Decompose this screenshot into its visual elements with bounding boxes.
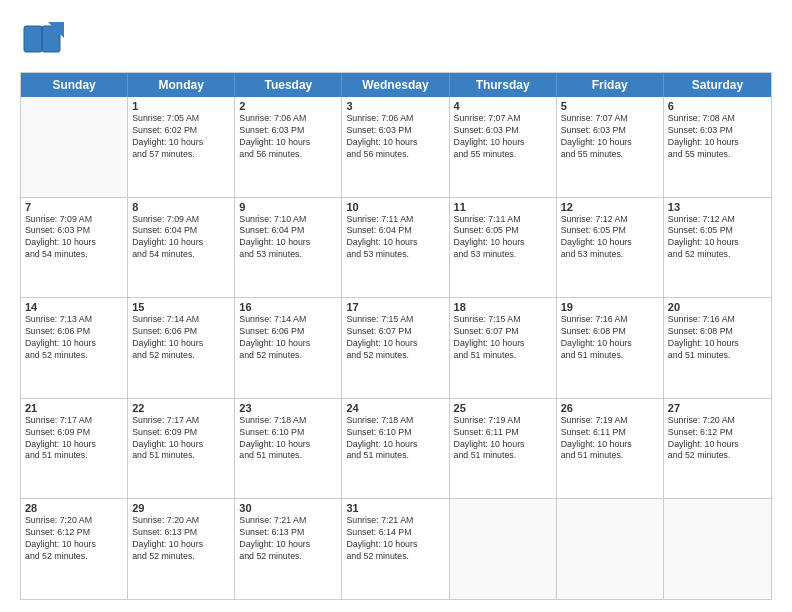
header	[20, 18, 772, 62]
svg-rect-1	[24, 26, 42, 52]
calendar-cell: 21Sunrise: 7:17 AM Sunset: 6:09 PM Dayli…	[21, 399, 128, 499]
day-header-monday: Monday	[128, 73, 235, 97]
day-number: 10	[346, 201, 444, 213]
calendar-week-5: 28Sunrise: 7:20 AM Sunset: 6:12 PM Dayli…	[21, 498, 771, 599]
calendar-cell: 14Sunrise: 7:13 AM Sunset: 6:06 PM Dayli…	[21, 298, 128, 398]
day-number: 25	[454, 402, 552, 414]
calendar-cell	[450, 499, 557, 599]
cell-info: Sunrise: 7:06 AM Sunset: 6:03 PM Dayligh…	[346, 113, 444, 161]
cell-info: Sunrise: 7:14 AM Sunset: 6:06 PM Dayligh…	[239, 314, 337, 362]
cell-info: Sunrise: 7:18 AM Sunset: 6:10 PM Dayligh…	[346, 415, 444, 463]
calendar-week-3: 14Sunrise: 7:13 AM Sunset: 6:06 PM Dayli…	[21, 297, 771, 398]
day-number: 9	[239, 201, 337, 213]
cell-info: Sunrise: 7:12 AM Sunset: 6:05 PM Dayligh…	[561, 214, 659, 262]
day-number: 21	[25, 402, 123, 414]
cell-info: Sunrise: 7:21 AM Sunset: 6:13 PM Dayligh…	[239, 515, 337, 563]
calendar-cell: 29Sunrise: 7:20 AM Sunset: 6:13 PM Dayli…	[128, 499, 235, 599]
calendar-cell: 24Sunrise: 7:18 AM Sunset: 6:10 PM Dayli…	[342, 399, 449, 499]
calendar-cell: 8Sunrise: 7:09 AM Sunset: 6:04 PM Daylig…	[128, 198, 235, 298]
calendar-cell: 10Sunrise: 7:11 AM Sunset: 6:04 PM Dayli…	[342, 198, 449, 298]
calendar-cell: 2Sunrise: 7:06 AM Sunset: 6:03 PM Daylig…	[235, 97, 342, 197]
day-number: 8	[132, 201, 230, 213]
calendar-cell: 12Sunrise: 7:12 AM Sunset: 6:05 PM Dayli…	[557, 198, 664, 298]
day-number: 28	[25, 502, 123, 514]
day-number: 18	[454, 301, 552, 313]
cell-info: Sunrise: 7:19 AM Sunset: 6:11 PM Dayligh…	[561, 415, 659, 463]
cell-info: Sunrise: 7:06 AM Sunset: 6:03 PM Dayligh…	[239, 113, 337, 161]
cell-info: Sunrise: 7:18 AM Sunset: 6:10 PM Dayligh…	[239, 415, 337, 463]
cell-info: Sunrise: 7:09 AM Sunset: 6:04 PM Dayligh…	[132, 214, 230, 262]
day-number: 3	[346, 100, 444, 112]
day-number: 23	[239, 402, 337, 414]
day-header-friday: Friday	[557, 73, 664, 97]
day-number: 1	[132, 100, 230, 112]
calendar-week-1: 1Sunrise: 7:05 AM Sunset: 6:02 PM Daylig…	[21, 97, 771, 197]
calendar-cell: 6Sunrise: 7:08 AM Sunset: 6:03 PM Daylig…	[664, 97, 771, 197]
cell-info: Sunrise: 7:13 AM Sunset: 6:06 PM Dayligh…	[25, 314, 123, 362]
calendar-cell: 31Sunrise: 7:21 AM Sunset: 6:14 PM Dayli…	[342, 499, 449, 599]
day-number: 2	[239, 100, 337, 112]
calendar-body: 1Sunrise: 7:05 AM Sunset: 6:02 PM Daylig…	[21, 97, 771, 599]
calendar-cell: 19Sunrise: 7:16 AM Sunset: 6:08 PM Dayli…	[557, 298, 664, 398]
calendar-cell: 13Sunrise: 7:12 AM Sunset: 6:05 PM Dayli…	[664, 198, 771, 298]
calendar-cell: 26Sunrise: 7:19 AM Sunset: 6:11 PM Dayli…	[557, 399, 664, 499]
calendar-week-2: 7Sunrise: 7:09 AM Sunset: 6:03 PM Daylig…	[21, 197, 771, 298]
day-header-thursday: Thursday	[450, 73, 557, 97]
cell-info: Sunrise: 7:14 AM Sunset: 6:06 PM Dayligh…	[132, 314, 230, 362]
day-number: 13	[668, 201, 767, 213]
logo-area	[20, 18, 64, 62]
cell-info: Sunrise: 7:19 AM Sunset: 6:11 PM Dayligh…	[454, 415, 552, 463]
day-number: 19	[561, 301, 659, 313]
calendar-cell: 17Sunrise: 7:15 AM Sunset: 6:07 PM Dayli…	[342, 298, 449, 398]
cell-info: Sunrise: 7:16 AM Sunset: 6:08 PM Dayligh…	[561, 314, 659, 362]
cell-info: Sunrise: 7:12 AM Sunset: 6:05 PM Dayligh…	[668, 214, 767, 262]
day-number: 17	[346, 301, 444, 313]
calendar-cell: 25Sunrise: 7:19 AM Sunset: 6:11 PM Dayli…	[450, 399, 557, 499]
cell-info: Sunrise: 7:20 AM Sunset: 6:12 PM Dayligh…	[25, 515, 123, 563]
day-number: 5	[561, 100, 659, 112]
calendar-cell: 23Sunrise: 7:18 AM Sunset: 6:10 PM Dayli…	[235, 399, 342, 499]
day-number: 24	[346, 402, 444, 414]
day-number: 30	[239, 502, 337, 514]
day-header-sunday: Sunday	[21, 73, 128, 97]
cell-info: Sunrise: 7:11 AM Sunset: 6:04 PM Dayligh…	[346, 214, 444, 262]
day-number: 22	[132, 402, 230, 414]
day-number: 6	[668, 100, 767, 112]
cell-info: Sunrise: 7:05 AM Sunset: 6:02 PM Dayligh…	[132, 113, 230, 161]
cell-info: Sunrise: 7:10 AM Sunset: 6:04 PM Dayligh…	[239, 214, 337, 262]
day-number: 15	[132, 301, 230, 313]
cell-info: Sunrise: 7:07 AM Sunset: 6:03 PM Dayligh…	[561, 113, 659, 161]
cell-info: Sunrise: 7:17 AM Sunset: 6:09 PM Dayligh…	[25, 415, 123, 463]
calendar-cell: 7Sunrise: 7:09 AM Sunset: 6:03 PM Daylig…	[21, 198, 128, 298]
calendar-cell: 4Sunrise: 7:07 AM Sunset: 6:03 PM Daylig…	[450, 97, 557, 197]
cell-info: Sunrise: 7:17 AM Sunset: 6:09 PM Dayligh…	[132, 415, 230, 463]
calendar-cell: 16Sunrise: 7:14 AM Sunset: 6:06 PM Dayli…	[235, 298, 342, 398]
calendar-cell: 15Sunrise: 7:14 AM Sunset: 6:06 PM Dayli…	[128, 298, 235, 398]
day-number: 4	[454, 100, 552, 112]
calendar-cell	[557, 499, 664, 599]
day-number: 29	[132, 502, 230, 514]
calendar-cell: 5Sunrise: 7:07 AM Sunset: 6:03 PM Daylig…	[557, 97, 664, 197]
day-number: 26	[561, 402, 659, 414]
day-number: 27	[668, 402, 767, 414]
calendar-cell: 30Sunrise: 7:21 AM Sunset: 6:13 PM Dayli…	[235, 499, 342, 599]
cell-info: Sunrise: 7:11 AM Sunset: 6:05 PM Dayligh…	[454, 214, 552, 262]
calendar-cell: 3Sunrise: 7:06 AM Sunset: 6:03 PM Daylig…	[342, 97, 449, 197]
day-number: 7	[25, 201, 123, 213]
cell-info: Sunrise: 7:09 AM Sunset: 6:03 PM Dayligh…	[25, 214, 123, 262]
day-number: 11	[454, 201, 552, 213]
cell-info: Sunrise: 7:15 AM Sunset: 6:07 PM Dayligh…	[454, 314, 552, 362]
calendar-cell: 9Sunrise: 7:10 AM Sunset: 6:04 PM Daylig…	[235, 198, 342, 298]
calendar-cell: 11Sunrise: 7:11 AM Sunset: 6:05 PM Dayli…	[450, 198, 557, 298]
calendar-cell: 18Sunrise: 7:15 AM Sunset: 6:07 PM Dayli…	[450, 298, 557, 398]
day-number: 14	[25, 301, 123, 313]
cell-info: Sunrise: 7:16 AM Sunset: 6:08 PM Dayligh…	[668, 314, 767, 362]
logo-icon	[20, 18, 64, 62]
calendar-cell: 20Sunrise: 7:16 AM Sunset: 6:08 PM Dayli…	[664, 298, 771, 398]
calendar: SundayMondayTuesdayWednesdayThursdayFrid…	[20, 72, 772, 600]
cell-info: Sunrise: 7:15 AM Sunset: 6:07 PM Dayligh…	[346, 314, 444, 362]
calendar-cell: 28Sunrise: 7:20 AM Sunset: 6:12 PM Dayli…	[21, 499, 128, 599]
cell-info: Sunrise: 7:20 AM Sunset: 6:12 PM Dayligh…	[668, 415, 767, 463]
day-header-tuesday: Tuesday	[235, 73, 342, 97]
calendar-week-4: 21Sunrise: 7:17 AM Sunset: 6:09 PM Dayli…	[21, 398, 771, 499]
